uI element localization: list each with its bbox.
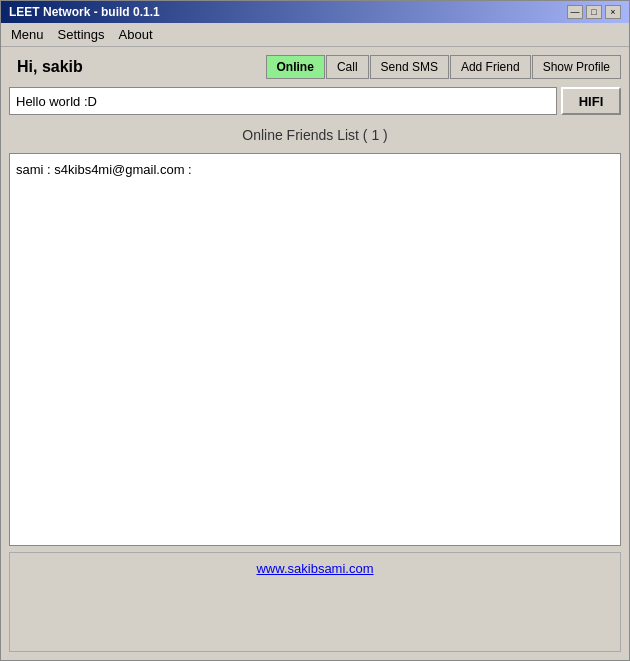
- menu-item-about[interactable]: About: [113, 25, 159, 44]
- minimize-button[interactable]: —: [567, 5, 583, 19]
- tab-send-sms[interactable]: Send SMS: [370, 55, 449, 79]
- nav-tabs: Online Call Send SMS Add Friend Show Pro…: [266, 55, 621, 79]
- friends-list-box: sami : s4kibs4mi@gmail.com :: [9, 153, 621, 546]
- input-row: HIFI: [9, 85, 621, 117]
- greeting-label: Hi, sakib: [9, 58, 83, 76]
- window-title: LEET Network - build 0.1.1: [9, 5, 160, 19]
- menu-bar: Menu Settings About: [1, 23, 629, 47]
- footer-area: www.sakibsami.com: [9, 552, 621, 652]
- tab-show-profile[interactable]: Show Profile: [532, 55, 621, 79]
- footer-link[interactable]: www.sakibsami.com: [256, 561, 373, 576]
- header-row: Hi, sakib Online Call Send SMS Add Frien…: [9, 55, 621, 79]
- maximize-button[interactable]: □: [586, 5, 602, 19]
- menu-item-menu[interactable]: Menu: [5, 25, 50, 44]
- tab-call[interactable]: Call: [326, 55, 369, 79]
- hifi-button[interactable]: HIFI: [561, 87, 621, 115]
- title-bar-controls: — □ ×: [567, 5, 621, 19]
- message-input[interactable]: [9, 87, 557, 115]
- tab-add-friend[interactable]: Add Friend: [450, 55, 531, 79]
- tab-online[interactable]: Online: [266, 55, 325, 79]
- friends-list-label: Online Friends List ( 1 ): [9, 123, 621, 147]
- friend-item: sami : s4kibs4mi@gmail.com :: [16, 160, 614, 179]
- menu-item-settings[interactable]: Settings: [52, 25, 111, 44]
- app-window: LEET Network - build 0.1.1 — □ × Menu Se…: [0, 0, 630, 661]
- title-bar: LEET Network - build 0.1.1 — □ ×: [1, 1, 629, 23]
- content-area: Hi, sakib Online Call Send SMS Add Frien…: [1, 47, 629, 660]
- close-button[interactable]: ×: [605, 5, 621, 19]
